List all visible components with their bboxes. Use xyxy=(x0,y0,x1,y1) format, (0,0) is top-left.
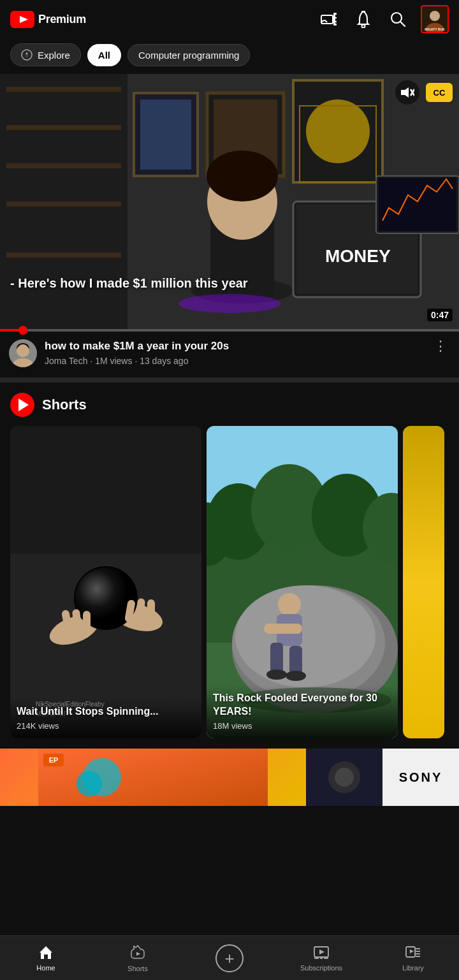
video-title: how to make $1M a year in your 20s xyxy=(45,339,423,353)
channel-avatar-image xyxy=(9,339,37,367)
nav-create[interactable]: + xyxy=(184,944,275,972)
scene-svg: MONEY xyxy=(0,74,459,329)
preview-sony-svg: SONY xyxy=(382,749,459,806)
subscriptions-icon xyxy=(314,945,329,962)
video-thumbnail[interactable]: MONEY - Here's how I made $1 million thi… xyxy=(0,74,459,329)
nav-subscriptions[interactable]: Subscriptions xyxy=(275,941,367,976)
preview-ep-svg: EP xyxy=(0,749,306,806)
svg-point-82 xyxy=(266,669,287,680)
short-1-views: 214K views xyxy=(17,721,195,731)
cast-button[interactable] xyxy=(317,8,340,31)
cast-icon xyxy=(321,12,337,26)
svg-rect-81 xyxy=(264,624,302,634)
video-section[interactable]: MONEY - Here's how I made $1 million thi… xyxy=(0,74,459,332)
svg-point-31 xyxy=(306,99,370,163)
bell-icon xyxy=(355,10,372,28)
shorts-nav-icon xyxy=(130,944,145,962)
search-icon xyxy=(390,11,406,27)
shorts-section-icon xyxy=(10,393,34,417)
svg-rect-4 xyxy=(335,15,337,17)
short-card-1[interactable]: ⋮ xyxy=(10,426,201,738)
notifications-button[interactable] xyxy=(352,8,375,31)
computer-programming-chip-label: Computer programming xyxy=(138,50,239,61)
subscriptions-nav-label: Subscriptions xyxy=(300,964,342,972)
shorts-play-triangle xyxy=(18,399,29,411)
chip-explore[interactable]: Explore xyxy=(10,43,81,66)
youtube-icon xyxy=(10,11,34,28)
preview-thumb-sony[interactable]: SONY xyxy=(382,749,459,806)
video-subtitle-overlay: - Here's how I made $1 million this year xyxy=(10,276,449,291)
section-divider xyxy=(0,377,459,383)
channel-avatar[interactable] xyxy=(9,339,37,367)
preview-dark-svg xyxy=(306,749,382,806)
short-thumb-3 xyxy=(403,426,444,738)
mute-button[interactable] xyxy=(395,80,419,105)
svg-point-42 xyxy=(178,294,280,313)
svg-point-75 xyxy=(235,585,375,687)
svg-line-10 xyxy=(400,22,405,26)
create-plus-icon: + xyxy=(224,950,234,967)
svg-marker-103 xyxy=(410,949,414,953)
home-nav-label: Home xyxy=(36,964,55,972)
shorts-header: Shorts xyxy=(0,393,459,426)
shorts-scroll-container[interactable]: ⋮ xyxy=(0,426,459,749)
svg-rect-62 xyxy=(147,599,155,622)
svg-marker-95 xyxy=(40,946,52,959)
svg-point-7 xyxy=(362,25,365,28)
nav-library[interactable]: Library xyxy=(367,941,459,976)
short-2-info: This Rock Fooled Everyone for 30 YEARS! … xyxy=(207,685,398,738)
svg-rect-41 xyxy=(379,178,456,231)
header: Premium xyxy=(0,0,459,38)
svg-rect-2 xyxy=(321,15,333,24)
svg-rect-23 xyxy=(6,201,121,207)
user-avatar-button[interactable]: MIGHTY BUK xyxy=(421,5,449,33)
svg-text:MONEY: MONEY xyxy=(325,246,391,266)
svg-rect-6 xyxy=(335,22,337,24)
svg-rect-59 xyxy=(83,611,91,633)
search-button[interactable] xyxy=(386,8,409,31)
shorts-section: Shorts ⋮ xyxy=(0,383,459,749)
separator-dot: · xyxy=(90,356,95,366)
create-button[interactable]: + xyxy=(215,944,244,972)
premium-label: Premium xyxy=(38,13,86,26)
short-1-title: Wait Until It Stops Spinning... xyxy=(17,705,195,719)
nav-shorts[interactable]: Shorts xyxy=(92,940,184,976)
bottom-navigation: Home Shorts + Subscriptions xyxy=(0,935,459,980)
view-count: 1M views xyxy=(95,356,132,366)
short-2-views: 18M views xyxy=(213,721,391,731)
compass-icon xyxy=(21,49,33,61)
video-meta: how to make $1M a year in your 20s Joma … xyxy=(0,332,459,377)
svg-rect-27 xyxy=(140,99,191,170)
preview-thumb-dark[interactable] xyxy=(306,749,382,806)
video-controls-overlay: CC xyxy=(395,80,453,105)
avatar-image: MIGHTY BUK xyxy=(422,6,448,32)
channel-name[interactable]: Joma Tech xyxy=(45,356,87,366)
library-icon xyxy=(405,945,421,962)
chip-computer-programming[interactable]: Computer programming xyxy=(127,44,250,66)
video-duration-badge: 0:47 xyxy=(427,309,453,321)
preview-thumb-ep[interactable]: EP xyxy=(0,749,306,806)
video-more-options-button[interactable]: ⋮ xyxy=(431,339,450,353)
progress-scrubber[interactable] xyxy=(18,326,27,335)
short-card-2[interactable]: ⋮ xyxy=(207,426,398,738)
video-progress-bar[interactable] xyxy=(0,329,459,332)
video-channel-meta: Joma Tech · 1M views · 13 days ago xyxy=(45,356,423,366)
svg-point-12 xyxy=(430,11,440,21)
svg-marker-98 xyxy=(319,949,324,954)
svg-rect-5 xyxy=(335,18,337,21)
nav-home[interactable]: Home xyxy=(0,941,92,976)
time-ago: 13 days ago xyxy=(140,356,188,366)
svg-point-89 xyxy=(76,771,102,796)
library-nav-label: Library xyxy=(402,964,424,972)
chip-all[interactable]: All xyxy=(87,44,121,66)
captions-button[interactable]: CC xyxy=(426,83,453,102)
short-thumb-1: ⋮ xyxy=(10,426,201,738)
svg-rect-21 xyxy=(6,125,121,130)
shorts-nav-label: Shorts xyxy=(127,965,148,972)
short-card-3[interactable] xyxy=(403,426,444,738)
svg-text:SONY: SONY xyxy=(399,770,443,784)
captions-label: CC xyxy=(433,88,446,98)
youtube-logo: Premium xyxy=(10,11,86,28)
logo-area: Premium xyxy=(10,11,317,28)
home-icon xyxy=(38,945,54,962)
